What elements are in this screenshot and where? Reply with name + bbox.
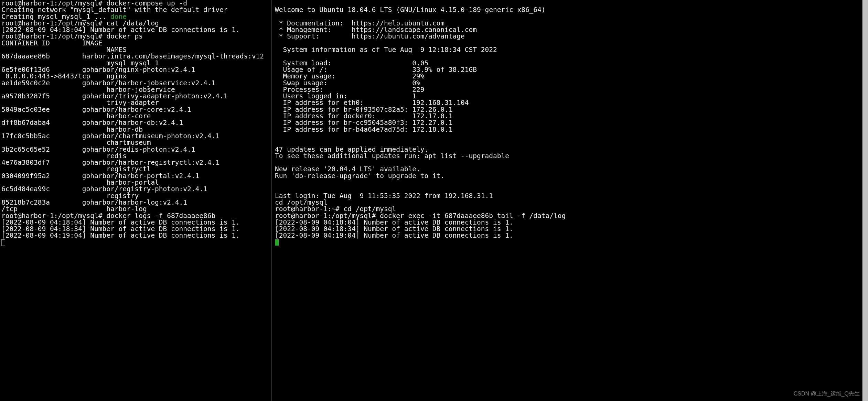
- sysinfo-line: IP address for br-b4a64e7ad75d: 172.18.0…: [275, 126, 453, 133]
- motd-line: Run 'do-release-upgrade' to upgrade to i…: [275, 172, 444, 180]
- motd-line: * Support: https://ubuntu.com/advantage: [275, 32, 465, 40]
- vertical-scrollbar[interactable]: [862, 0, 868, 401]
- motd-line: To see these additional updates run: apt…: [275, 152, 509, 160]
- terminal-split-view: root@harbor-1:/opt/mysql# docker-compose…: [0, 0, 868, 401]
- log-line: [2022-08-09 04:19:04] Number of active D…: [1, 231, 240, 239]
- scroll-thumb[interactable]: [863, 0, 868, 401]
- terminal-left-pane[interactable]: root@harbor-1:/opt/mysql# docker-compose…: [0, 0, 271, 401]
- log-line: [2022-08-09 04:19:04] Number of active D…: [275, 231, 513, 239]
- cursor-icon: [1, 239, 5, 246]
- terminal-right-pane[interactable]: Welcome to Ubuntu 18.04.6 LTS (GNU/Linux…: [271, 0, 868, 401]
- motd-line: Welcome to Ubuntu 18.04.6 LTS (GNU/Linux…: [275, 6, 546, 14]
- watermark-text: CSDN @上海_运维_Q先生: [794, 390, 860, 397]
- cursor-icon: [275, 239, 279, 246]
- sysinfo-header: System information as of Tue Aug 9 12:18…: [275, 46, 497, 54]
